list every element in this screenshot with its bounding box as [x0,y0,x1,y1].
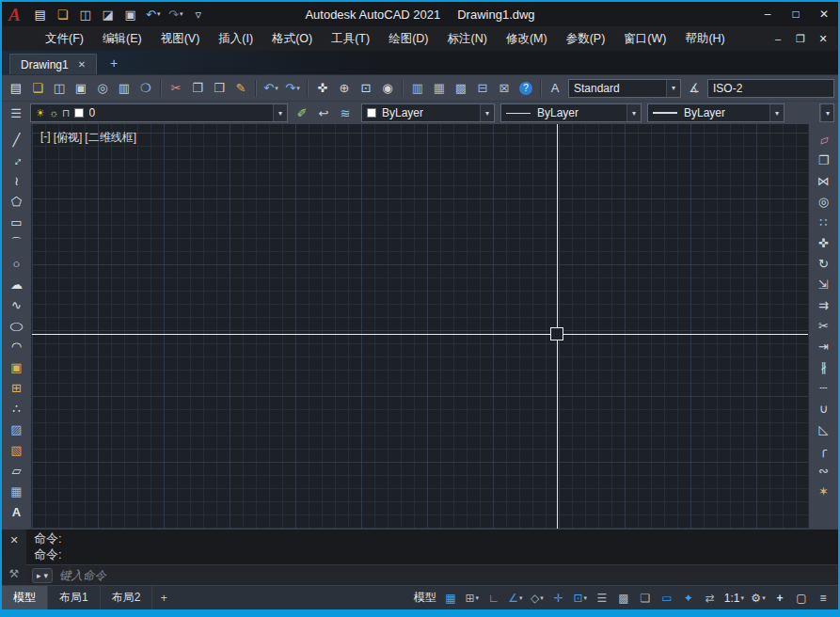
offset-button[interactable]: ◎ [814,192,834,211]
menu-draw[interactable]: 绘图(D) [379,26,437,51]
array-button[interactable]: ∷ [814,213,834,231]
layer-combo-caret-icon[interactable]: ▾ [273,104,287,121]
qat-redo-button[interactable]: ↷▾ [166,5,186,24]
workspace-switching-button[interactable]: ⚙▾ [748,588,769,609]
doc-close-button[interactable]: ✕ [812,26,834,51]
qat-save-button[interactable]: ◫ [75,5,96,24]
menu-format[interactable]: 格式(O) [262,26,322,51]
std-zoom-previous-button[interactable]: ◉ [377,78,398,98]
isolate-objects-button[interactable]: + [769,588,790,609]
make-block-button[interactable]: ⊞ [7,378,27,397]
layer-previous-button[interactable]: ↩ [313,103,334,123]
spline-button[interactable]: ∿ [7,295,27,314]
text-style-combo[interactable]: Standard ▾ [568,79,681,98]
command-customize-icon[interactable]: ⚒ [9,567,20,580]
table-button[interactable]: ▦ [7,482,27,500]
std-paste-clip-button[interactable]: ❒ [209,78,230,98]
ellipse-arc-button[interactable]: ◠ [7,337,27,356]
command-input[interactable] [59,569,832,582]
layer-combo[interactable]: ☀ ☼ ⊓ 0 ▾ [30,103,288,122]
dim-style-combo[interactable]: ISO-2 [707,79,834,98]
menu-tools[interactable]: 工具(T) [322,26,379,51]
menu-insert[interactable]: 插入(I) [209,26,262,51]
command-close-button[interactable]: ✕ [9,534,18,546]
menu-file[interactable]: 文件(F) [36,26,93,51]
linetype-caret-icon[interactable]: ▾ [626,104,641,121]
std-print-button[interactable]: ▣ [71,78,91,98]
object-color-caret-icon[interactable]: ▾ [480,104,494,121]
dynamic-input-button[interactable]: ▭ [657,588,677,609]
circle-button[interactable]: ○ [7,254,27,273]
menu-view[interactable]: 视图(V) [151,26,210,51]
insert-block-button[interactable]: ▣ [7,357,27,376]
drawing-canvas[interactable]: [-][俯视][二维线框] [32,124,808,529]
layout2-tab[interactable]: 布局2 [101,586,153,609]
annotation-visibility-button[interactable]: ✦ [678,588,699,609]
rectangle-button[interactable]: ▭ [7,213,27,231]
chamfer-button[interactable]: ◺ [814,419,834,438]
std-save-button[interactable]: ◫ [49,78,70,98]
region-button[interactable]: ▱ [7,461,27,480]
object-snap-button[interactable]: ⊡▾ [570,588,591,609]
qat-undo-button[interactable]: ↶▾ [143,5,164,24]
object-snap-tracking-button[interactable]: ✛ [548,588,569,609]
make-object-layer-current-button[interactable]: ✐ [292,103,312,123]
model-tab[interactable]: 模型 [2,586,48,609]
std-help-button[interactable]: ? [515,78,536,98]
gradient-button[interactable]: ▧ [7,440,27,459]
polar-tracking-button[interactable]: ∠▾ [505,588,526,609]
text-style-button[interactable]: A [545,78,565,98]
plot-style-caret-icon[interactable]: ▾ [820,104,834,121]
isometric-drafting-button[interactable]: ◇▾ [527,588,547,609]
construction-line-button[interactable]: ↔ [7,150,27,169]
doc-minimize-button[interactable]: – [767,26,789,51]
clean-screen-button[interactable]: ▢ [791,588,812,609]
viewport-view[interactable]: [俯视] [53,130,84,146]
recent-commands-button[interactable]: ▸ ▾ [32,568,53,583]
std-pan-button[interactable]: ✜ [312,78,333,98]
layer-properties-manager-button[interactable]: ☰ [6,103,26,123]
std-redo-button[interactable]: ↷▾ [282,78,303,98]
line-button[interactable]: ╱ [7,130,27,149]
qat-plot-button[interactable]: ▣ [120,5,141,24]
drawing-tab[interactable]: Drawing1 ✕ [9,54,97,74]
window-maximize-button[interactable]: □ [782,2,810,26]
break-button[interactable]: ┄ [814,378,834,397]
text-style-combo-caret-icon[interactable]: ▾ [666,80,680,97]
object-color-combo[interactable]: ByLayer ▾ [361,103,495,122]
snap-mode-button[interactable]: ⊞▾ [462,588,483,609]
move-button[interactable]: ✜ [814,233,834,252]
point-button[interactable]: ∴ [7,399,27,418]
std-copy-clip-button[interactable]: ❐ [187,78,208,98]
trim-button[interactable]: ✂ [814,316,834,335]
fillet-button[interactable]: ╭ [814,440,834,459]
menu-modify[interactable]: 修改(M) [497,26,557,51]
extend-button[interactable]: ⇥ [814,337,834,356]
transparency-button[interactable]: ▩ [613,588,634,609]
std-new-file-button[interactable]: ▤ [6,78,26,98]
explode-button[interactable]: ✶ [814,482,834,500]
new-layout-button[interactable]: + [152,586,175,609]
ellipse-button[interactable]: ◯ [7,316,27,335]
layout1-tab[interactable]: 布局1 [48,586,101,609]
std-zoom-window-button[interactable]: ⊡ [356,78,376,98]
std-transmit-button[interactable]: ❍ [135,78,156,98]
polyline-button[interactable]: ≀ [7,171,27,190]
hatch-button[interactable]: ▨ [7,419,27,438]
grid-display-button[interactable]: ▦ [440,588,461,609]
std-match-properties-button[interactable]: ✎ [230,78,251,98]
blend-curves-button[interactable]: ∾ [814,461,834,480]
lineweight-caret-icon[interactable]: ▾ [769,104,784,121]
menu-window[interactable]: 窗口(W) [614,26,675,51]
menu-help[interactable]: 帮助(H) [675,26,734,51]
model-space[interactable]: 模型 [411,588,439,609]
multiline-text-button[interactable]: A [7,502,27,521]
std-sheet-set-manager-button[interactable]: ⊟ [472,78,493,98]
revision-cloud-button[interactable]: ☁ [7,275,27,293]
plot-style-combo-clipped[interactable]: ▾ [819,103,834,122]
std-tool-palettes-button[interactable]: ▩ [451,78,471,98]
menu-edit[interactable]: 编辑(E) [93,26,151,51]
customization-button[interactable]: ≡ [813,588,833,609]
erase-button[interactable]: ▱ [814,130,834,149]
autocad-logo-icon[interactable]: A [8,6,21,24]
